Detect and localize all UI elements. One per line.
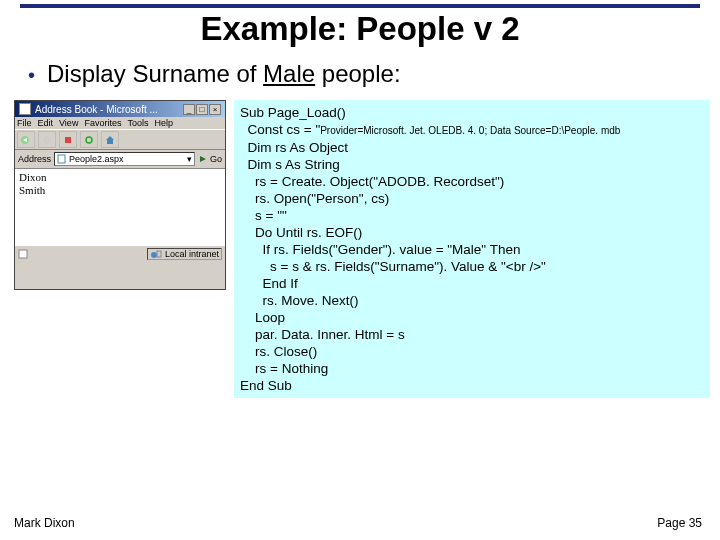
done-icon	[18, 249, 28, 259]
menu-view[interactable]: View	[59, 118, 78, 128]
status-bar: Local intranet	[15, 245, 225, 262]
svg-point-6	[151, 252, 157, 258]
bullet-prefix: Display Surname of	[47, 60, 263, 87]
menu-help[interactable]: Help	[154, 118, 173, 128]
bullet-text: Display Surname of Male people:	[47, 60, 401, 88]
stop-button[interactable]	[59, 131, 77, 148]
code-line: rs = Create. Object("ADODB. Recordset")	[240, 174, 504, 189]
maximize-button[interactable]: □	[196, 104, 208, 115]
status-text: Local intranet	[165, 249, 219, 259]
code-line: Loop	[240, 310, 285, 325]
bullet-item: • Display Surname of Male people:	[0, 60, 720, 90]
code-line: Const cs = "	[240, 122, 320, 137]
browser-window: Address Book - Microsoft ... _ □ × File …	[14, 100, 226, 290]
list-item: Dixon	[19, 171, 221, 184]
bullet-underline: Male	[263, 60, 315, 87]
bullet-dot: •	[28, 60, 35, 90]
forward-button[interactable]	[38, 131, 56, 148]
code-line: par. Data. Inner. Html = s	[240, 327, 405, 342]
zone-box: Local intranet	[147, 248, 222, 260]
svg-point-3	[86, 137, 92, 143]
page-icon	[57, 154, 67, 164]
go-button[interactable]: Go	[198, 154, 222, 164]
close-button[interactable]: ×	[209, 104, 221, 115]
code-line: rs. Move. Next()	[240, 293, 359, 308]
minimize-button[interactable]: _	[183, 104, 195, 115]
footer-page: Page 35	[657, 516, 702, 530]
footer-author: Mark Dixon	[14, 516, 75, 530]
list-item: Smith	[19, 184, 221, 197]
code-line: End If	[240, 276, 298, 291]
code-line: End Sub	[240, 378, 292, 393]
bullet-suffix: people:	[315, 60, 400, 87]
go-label: Go	[210, 154, 222, 164]
code-line: rs. Close()	[240, 344, 317, 359]
menu-file[interactable]: File	[17, 118, 32, 128]
intranet-icon	[150, 249, 162, 259]
titlebar: Address Book - Microsoft ... _ □ ×	[15, 101, 225, 117]
address-bar: Address People2.aspx ▾ Go	[15, 150, 225, 169]
page-content: Dixon Smith	[15, 169, 225, 245]
code-line: rs. Open("Person", cs)	[240, 191, 389, 206]
menu-bar[interactable]: File Edit View Favorites Tools Help	[15, 117, 225, 129]
code-line: rs = Nothing	[240, 361, 328, 376]
address-value: People2.aspx	[69, 154, 124, 164]
code-line: Dim rs As Object	[240, 140, 348, 155]
code-line: If rs. Fields("Gender"). value = "Male" …	[240, 242, 520, 257]
code-block: Sub Page_Load() Const cs = "Provider=Mic…	[234, 100, 710, 398]
menu-edit[interactable]: Edit	[38, 118, 54, 128]
svg-rect-5	[19, 250, 27, 258]
toolbar	[15, 129, 225, 150]
code-line: Dim s As String	[240, 157, 340, 172]
code-line: s = s & rs. Fields("Surname"). Value & "…	[240, 259, 546, 274]
menu-favorites[interactable]: Favorites	[84, 118, 121, 128]
home-button[interactable]	[101, 131, 119, 148]
svg-rect-2	[65, 137, 71, 143]
menu-tools[interactable]: Tools	[127, 118, 148, 128]
slide-title: Example: People v 2	[20, 10, 700, 48]
back-button[interactable]	[17, 131, 35, 148]
svg-rect-4	[58, 155, 65, 163]
svg-point-1	[43, 136, 51, 144]
svg-rect-7	[157, 251, 161, 257]
app-icon	[19, 103, 31, 115]
code-line: Do Until rs. EOF()	[240, 225, 362, 240]
address-input[interactable]: People2.aspx ▾	[54, 152, 195, 166]
refresh-button[interactable]	[80, 131, 98, 148]
code-line-small: Provider=Microsoft. Jet. OLEDB. 4. 0; Da…	[320, 125, 620, 136]
title-rule	[20, 4, 700, 8]
code-line: s = ""	[240, 208, 287, 223]
address-label: Address	[18, 154, 51, 164]
window-title: Address Book - Microsoft ...	[35, 104, 158, 115]
code-line: Sub Page_Load()	[240, 105, 346, 120]
go-icon	[198, 154, 208, 164]
